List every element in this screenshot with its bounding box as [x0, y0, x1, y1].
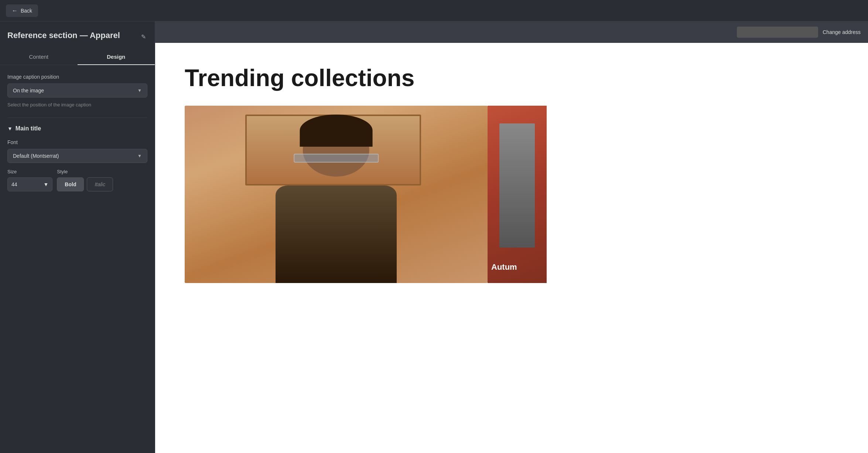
trending-title: Trending collections [185, 65, 838, 91]
main-product-image [185, 106, 488, 283]
change-address-button[interactable]: Change address [823, 29, 861, 35]
image-caption-helper-text: Select the position of the image caption [7, 101, 147, 109]
chevron-down-icon: ▼ [137, 88, 142, 93]
person-image-bg [185, 106, 488, 283]
main-layout: Reference section — Apparel ✎ Content De… [0, 21, 868, 453]
preview-content: Trending collections [155, 43, 868, 453]
italic-button[interactable]: Italic [87, 177, 113, 191]
person-glasses [294, 154, 379, 163]
second-image-bg: Autum [488, 106, 547, 283]
bold-button[interactable]: Bold [57, 177, 84, 191]
size-dropdown[interactable]: 44 ▼ [7, 177, 52, 191]
size-value: 44 [11, 181, 17, 187]
second-person-figure [499, 123, 535, 248]
sidebar-header: Reference section — Apparel ✎ [0, 21, 155, 42]
tab-bar: Content Design [0, 49, 155, 65]
size-column: Size 44 ▼ [7, 169, 52, 191]
section-title: Reference section — Apparel [7, 30, 120, 41]
edit-section-button[interactable]: ✎ [140, 32, 147, 42]
preview-area: Change address Trending collections [155, 21, 868, 453]
preview-toolbar: Change address [155, 21, 868, 43]
divider [7, 117, 147, 118]
image-caption-position-dropdown[interactable]: On the image ▼ [7, 84, 147, 98]
person-body [276, 185, 397, 283]
image-caption-position-value: On the image [13, 88, 44, 93]
font-value: Default (Montserrat) [13, 153, 59, 159]
back-button[interactable]: ← Back [6, 4, 38, 17]
second-image-caption: Autum [491, 262, 517, 272]
style-buttons-group: Bold Italic [57, 177, 147, 191]
collapse-arrow-icon: ▼ [7, 126, 13, 132]
style-column: Style Bold Italic [57, 169, 147, 191]
sidebar: Reference section — Apparel ✎ Content De… [0, 21, 155, 453]
sidebar-content: Image caption position On the image ▼ Se… [0, 65, 155, 453]
size-chevron-icon: ▼ [43, 181, 48, 187]
image-caption-position-label: Image caption position [7, 74, 147, 80]
tab-content[interactable]: Content [0, 49, 78, 65]
style-label: Style [57, 169, 147, 174]
main-title-label: Main title [16, 125, 41, 132]
tab-design[interactable]: Design [78, 49, 155, 65]
edit-icon: ✎ [141, 34, 146, 40]
person-hair [300, 115, 373, 146]
font-dropdown[interactable]: Default (Montserrat) ▼ [7, 149, 147, 163]
main-title-collapsible[interactable]: ▼ Main title [7, 125, 147, 132]
address-bar [737, 27, 818, 38]
font-label: Font [7, 139, 147, 145]
font-chevron-icon: ▼ [137, 153, 142, 159]
back-arrow-icon: ← [12, 7, 18, 14]
second-product-image: Autum [488, 106, 547, 283]
size-label: Size [7, 169, 52, 174]
top-bar: ← Back [0, 0, 868, 21]
back-label: Back [21, 8, 32, 14]
size-style-row: Size 44 ▼ Style Bold Italic [7, 169, 147, 191]
images-row: Autum [185, 106, 838, 283]
